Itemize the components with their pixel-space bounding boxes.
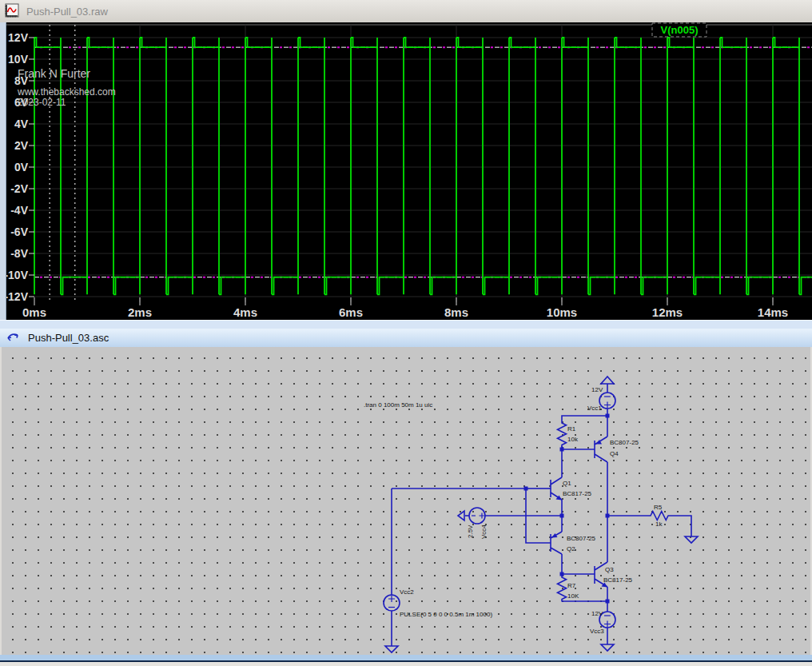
plot-cursor-lines[interactable]: [34, 25, 812, 302]
svg-text:12ms: 12ms: [652, 305, 683, 319]
svg-text:-10V: -10V: [4, 269, 28, 281]
vcc1-value: 12V: [591, 386, 603, 393]
waveform-plot-pane[interactable]: 12V10V8V6V4V2V0V-2V-4V-6V-8V-10V-12V0ms2…: [0, 22, 812, 320]
waveform-pane-left-frame: [0, 22, 6, 320]
waveform-window-titlebar[interactable]: Push-Pull_03.raw: [0, 0, 812, 23]
schematic-file-icon: [6, 331, 22, 345]
schematic-window-title: Push-Pull_03.asc: [28, 332, 109, 344]
plot-axes: 12V10V8V6V4V2V0V-2V-4V-6V-8V-10V-12V0ms2…: [4, 31, 788, 319]
svg-text:0V: 0V: [14, 161, 29, 173]
ground-load[interactable]: [685, 536, 698, 543]
r1-value: 10k: [567, 436, 579, 443]
q4-ref: Q4: [610, 450, 619, 457]
svg-text:8ms: 8ms: [444, 305, 468, 319]
spice-directive[interactable]: .tran 0 100m 50m 1u uic: [364, 401, 432, 409]
voltage-source-vcc4[interactable]: 2.5V Vcc4: [467, 508, 488, 539]
svg-text:10ms: 10ms: [547, 305, 577, 319]
schematic-drawing[interactable]: .tran 0 100m 50m 1u uic: [0, 347, 812, 655]
svg-text:4ms: 4ms: [233, 305, 257, 319]
waveform-plot[interactable]: 12V10V8V6V4V2V0V-2V-4V-6V-8V-10V-12V0ms2…: [0, 22, 812, 320]
q1-value: BC817-25: [563, 490, 592, 497]
statusbar-strip: [0, 662, 812, 666]
annotation-author: Frank N Furter: [18, 67, 90, 80]
svg-text:4V: 4V: [14, 118, 29, 130]
ground-vcc4[interactable]: [458, 511, 464, 520]
q3-ref: Q3: [605, 566, 614, 573]
plot-annotations: Frank N Furter www.thebackshed.com 2023-…: [17, 67, 116, 108]
annotation-website: www.thebackshed.com: [17, 86, 116, 98]
r5-value: 1k: [655, 520, 663, 528]
vcc3-ref: Vcc3: [590, 628, 604, 635]
transistor-q1-npn[interactable]: Q1 BC817-25: [551, 477, 592, 500]
waveform-window-title: Push-Pull_03.raw: [26, 6, 108, 18]
voltage-source-vcc1[interactable]: 12V Vcc1: [587, 386, 615, 412]
resistor-r7[interactable]: R7 10K: [558, 575, 579, 602]
waveform-file-icon: [4, 3, 20, 19]
transistor-q3-npn[interactable]: Q3 BC817-25: [595, 562, 633, 588]
vcc4-value: 2.5V: [467, 524, 474, 538]
transistor-q2-pnp[interactable]: BC807-25 Q2: [551, 532, 596, 554]
r7-value: 10K: [567, 592, 579, 600]
window-bottom-frame: [0, 655, 812, 660]
r7-ref: R7: [567, 582, 576, 589]
q4-value: BC807-25: [610, 439, 639, 446]
svg-text:-8V: -8V: [10, 247, 28, 260]
vcc1-ref: Vcc1: [587, 405, 602, 412]
legend-label[interactable]: V(n005): [661, 24, 699, 36]
svg-text:0ms: 0ms: [22, 305, 46, 319]
svg-text:2V: 2V: [14, 139, 29, 152]
svg-text:-4V: -4V: [10, 204, 28, 217]
resistor-r1[interactable]: R1 10k: [558, 421, 579, 448]
ground-flipped-vcc1[interactable]: [601, 377, 614, 384]
vcc2-ref: Vcc2: [400, 588, 414, 596]
schematic-window-titlebar[interactable]: Push-Pull_03.asc: [0, 329, 812, 348]
q2-ref: Q2: [567, 545, 575, 552]
plot-grid: [34, 25, 812, 302]
trace-vn005[interactable]: [34, 38, 812, 294]
q2-value: BC807-25: [567, 535, 596, 542]
wires[interactable]: [392, 384, 691, 646]
voltage-source-vcc2[interactable]: Vcc2 PULSE(0 5 0 0 0 0.5m 1m 1000): [384, 588, 492, 618]
svg-text:-12V: -12V: [4, 290, 28, 303]
ground-vcc3[interactable]: [601, 644, 614, 651]
annotation-date: 2023-02-11: [18, 97, 66, 108]
svg-text:12V: 12V: [8, 31, 29, 44]
vcc2-value: PULSE(0 5 0 0 0 0.5m 1m 1000): [400, 611, 492, 618]
voltage-source-vcc3[interactable]: 12V Vcc3: [590, 610, 615, 635]
vcc4-ref: Vcc4: [480, 524, 488, 539]
q3-value: BC817-25: [603, 576, 633, 584]
svg-text:-6V: -6V: [10, 225, 28, 238]
junction-dots: [524, 414, 610, 604]
svg-text:-2V: -2V: [10, 182, 28, 195]
q1-ref: Q1: [563, 480, 571, 487]
ground-vcc2[interactable]: [385, 646, 398, 652]
svg-text:10V: 10V: [8, 53, 29, 66]
vcc3-value: 12V: [591, 610, 603, 617]
resistor-r5[interactable]: R5 1k: [648, 504, 671, 528]
r5-ref: R5: [654, 504, 663, 511]
svg-text:14ms: 14ms: [758, 305, 788, 319]
svg-text:2ms: 2ms: [128, 305, 152, 319]
svg-text:6ms: 6ms: [339, 305, 363, 319]
r1-ref: R1: [567, 425, 576, 433]
transistor-q4-pnp[interactable]: BC807-25 Q4: [595, 437, 639, 462]
trace-legend[interactable]: V(n005): [652, 23, 707, 37]
